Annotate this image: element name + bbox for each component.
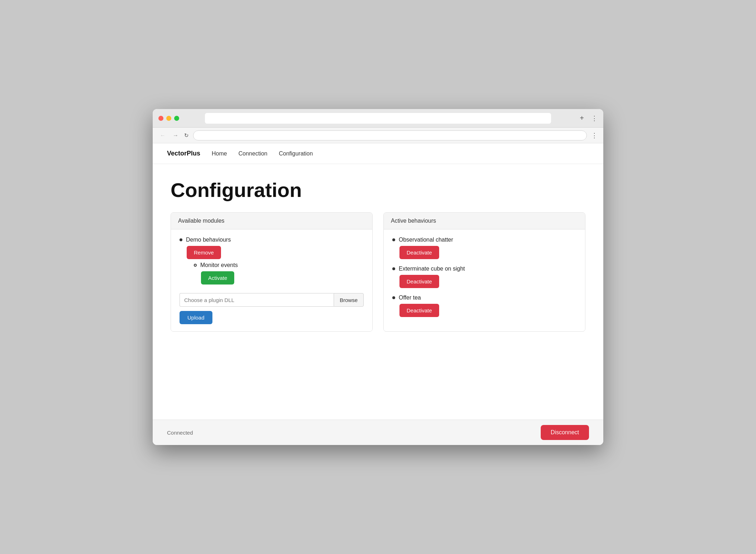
page-title: Configuration [171,178,585,202]
behaviour-item-row-3: Offer tea [392,295,576,301]
bullet-dot-1 [392,238,395,241]
disconnect-button[interactable]: Disconnect [541,425,589,440]
browse-button[interactable]: Browse [334,293,364,307]
bullet-circle [194,264,197,267]
behaviour-item-exterminate-cube: Exterminate cube on sight Deactivate [392,266,576,288]
active-behaviours-header: Active behaviours [384,213,585,229]
available-modules-body: Demo behaviours Remove Monitor events Ac… [171,229,372,331]
behaviour-item-row-1: Observational chatter [392,237,576,243]
nav-link-configuration[interactable]: Configuration [279,150,313,157]
close-button[interactable] [158,116,163,121]
app-brand: VectorPlus [167,150,200,157]
module-item-row: Demo behaviours [180,237,364,243]
nav-bar: ← → ↻ ⋮ [153,128,603,143]
available-modules-header: Available modules [171,213,372,229]
browser-menu-button[interactable]: ⋮ [591,114,598,122]
remove-button-demo-behaviours[interactable]: Remove [187,246,221,259]
sub-item-monitor-events: Monitor events Activate [187,262,364,285]
traffic-lights [158,116,179,121]
bullet-dot-2 [392,267,395,270]
deactivate-button-offer-tea[interactable]: Deactivate [399,304,439,317]
plugin-dll-input[interactable] [180,293,334,307]
status-bar: Connected Disconnect [153,420,603,445]
bullet-dot [180,238,182,241]
behaviour-item-observational-chatter: Observational chatter Deactivate [392,237,576,259]
deactivate-button-observational-chatter[interactable]: Deactivate [399,246,439,259]
active-behaviours-panel: Active behaviours Observational chatter … [383,212,585,332]
browser-window: + ⋮ ← → ↻ ⋮ VectorPlus Home Connection C… [153,109,603,445]
new-tab-button[interactable]: + [577,114,587,122]
behaviour-name-offer-tea: Offer tea [399,295,421,301]
refresh-button[interactable]: ↻ [184,132,189,139]
deactivate-button-exterminate-cube[interactable]: Deactivate [399,275,439,288]
behaviour-item-row-2: Exterminate cube on sight [392,266,576,272]
url-input[interactable] [193,130,587,140]
sub-item-name-monitor-events: Monitor events [200,262,238,268]
file-input-row: Browse [180,293,364,307]
nav-link-connection[interactable]: Connection [239,150,267,157]
file-upload-section: Browse Upload [180,293,364,324]
status-text: Connected [167,430,193,436]
address-bar [205,113,551,124]
back-button[interactable]: ← [158,131,167,140]
nav-link-home[interactable]: Home [212,150,227,157]
app-nav: VectorPlus Home Connection Configuration [153,143,603,164]
active-behaviours-body: Observational chatter Deactivate Extermi… [384,229,585,331]
behaviour-item-offer-tea: Offer tea Deactivate [392,295,576,317]
panels-row: Available modules Demo behaviours Remove [171,212,585,332]
forward-button[interactable]: → [171,131,180,140]
behaviour-name-exterminate-cube: Exterminate cube on sight [399,266,465,272]
upload-button[interactable]: Upload [180,311,212,324]
sub-item-row: Monitor events [187,262,364,268]
title-bar: + ⋮ [153,109,603,128]
maximize-button[interactable] [174,116,179,121]
module-item-demo-behaviours: Demo behaviours Remove Monitor events Ac… [180,237,364,285]
behaviour-name-observational-chatter: Observational chatter [399,237,453,243]
nav-menu-button[interactable]: ⋮ [591,132,598,139]
module-name-demo-behaviours: Demo behaviours [186,237,231,243]
main-content: Configuration Available modules Demo beh… [153,164,603,420]
minimize-button[interactable] [166,116,171,121]
bullet-dot-3 [392,296,395,299]
available-modules-panel: Available modules Demo behaviours Remove [171,212,373,332]
activate-button-monitor-events[interactable]: Activate [201,271,234,285]
